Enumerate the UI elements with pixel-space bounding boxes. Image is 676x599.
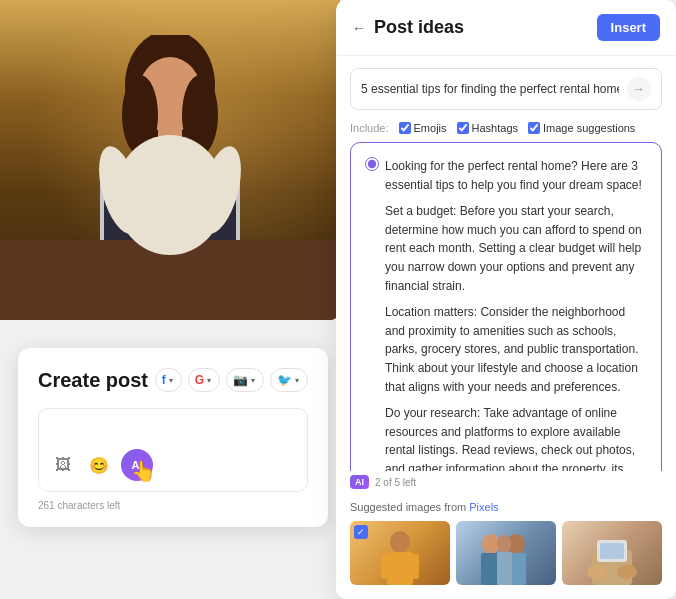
image-upload-icon[interactable]: 🖼 — [49, 451, 77, 479]
pixels-link[interactable]: Pixels — [469, 501, 498, 513]
hashtags-checkbox-label[interactable]: Hashtags — [457, 122, 518, 134]
image-2-people — [471, 530, 541, 585]
social-buttons-group: f ▾ G ▾ 📷 ▾ 🐦 ▾ — [155, 368, 308, 392]
suggested-label: Suggested images from Pixels — [350, 501, 662, 513]
facebook-icon: f — [162, 373, 166, 387]
include-label: Include: — [350, 122, 389, 134]
image-1-person — [375, 530, 425, 585]
svg-rect-11 — [409, 554, 419, 579]
svg-rect-10 — [381, 554, 391, 579]
ai-badge-row: AI 2 of 5 left — [336, 471, 676, 495]
g-chevron-icon: ▾ — [207, 376, 211, 385]
result-budget: Set a budget: Before you start your sear… — [385, 202, 647, 295]
result-card-1[interactable]: Looking for the perfect rental home? Her… — [350, 142, 662, 471]
svg-rect-17 — [497, 552, 512, 585]
photo-panel: Create post f ▾ G ▾ 📷 ▾ 🐦 ▾ — [0, 0, 340, 599]
facebook-button[interactable]: f ▾ — [155, 368, 182, 392]
svg-rect-20 — [600, 543, 624, 559]
emojis-label: Emojis — [414, 122, 447, 134]
panel-title: Post ideas — [374, 17, 597, 38]
image-suggestions-checkbox-label[interactable]: Image suggestions — [528, 122, 635, 134]
svg-point-8 — [390, 531, 410, 553]
post-input-toolbar: 🖼 😊 AI 👆 — [49, 449, 297, 481]
hashtags-label: Hashtags — [472, 122, 518, 134]
hashtags-checkbox[interactable] — [457, 122, 469, 134]
svg-point-22 — [617, 565, 637, 579]
content-area: Looking for the perfect rental home? Her… — [336, 142, 676, 471]
svg-point-21 — [587, 565, 607, 579]
result-location: Location matters: Consider the neighborh… — [385, 303, 647, 396]
photo-background — [0, 0, 340, 320]
tw-chevron-icon: ▾ — [295, 376, 299, 385]
result-intro: Looking for the perfect rental home? Her… — [385, 157, 647, 194]
post-ideas-panel: ← Post ideas Insert → Include: Emojis Ha… — [336, 0, 676, 599]
panel-header: ← Post ideas Insert — [336, 0, 676, 56]
suggested-image-2[interactable] — [456, 521, 556, 585]
image-1-selected — [354, 525, 368, 539]
suggested-label-text: Suggested images from — [350, 501, 466, 513]
woman-figure — [70, 35, 270, 265]
include-options-bar: Include: Emojis Hashtags Image suggestio… — [336, 118, 676, 142]
send-icon: → — [633, 82, 645, 96]
ig-chevron-icon: ▾ — [251, 376, 255, 385]
twitter-icon: 🐦 — [277, 373, 292, 387]
suggested-images-section: Suggested images from Pixels — [336, 495, 676, 599]
google-icon: G — [195, 373, 204, 387]
ai-badge: AI — [350, 475, 369, 489]
back-arrow-icon[interactable]: ← — [352, 20, 366, 36]
emojis-checkbox-label[interactable]: Emojis — [399, 122, 447, 134]
fb-chevron-icon: ▾ — [169, 376, 173, 385]
image-3-hands — [582, 530, 642, 585]
twitter-button[interactable]: 🐦 ▾ — [270, 368, 308, 392]
google-button[interactable]: G ▾ — [188, 368, 220, 392]
create-post-card: Create post f ▾ G ▾ 📷 ▾ 🐦 ▾ — [18, 348, 328, 527]
instagram-button[interactable]: 📷 ▾ — [226, 368, 264, 392]
instagram-icon: 📷 — [233, 373, 248, 387]
result-text-1: Looking for the perfect rental home? Her… — [365, 157, 647, 471]
ai-count: 2 of 5 left — [375, 477, 416, 488]
search-input[interactable] — [361, 82, 619, 96]
create-post-title: Create post — [38, 369, 148, 392]
send-button[interactable]: → — [627, 77, 651, 101]
image-suggestions-checkbox[interactable] — [528, 122, 540, 134]
svg-point-16 — [497, 535, 511, 553]
result-research: Do your research: Take advantage of onli… — [385, 404, 647, 471]
emojis-checkbox[interactable] — [399, 122, 411, 134]
search-bar[interactable]: → — [350, 68, 662, 110]
suggested-image-1[interactable] — [350, 521, 450, 585]
image-suggestions-label: Image suggestions — [543, 122, 635, 134]
result-radio-1[interactable] — [365, 157, 379, 171]
image-grid — [350, 521, 662, 585]
post-input-area[interactable]: 🖼 😊 AI 👆 — [38, 408, 308, 492]
character-count: 261 characters left — [38, 500, 308, 511]
create-post-header: Create post f ▾ G ▾ 📷 ▾ 🐦 ▾ — [38, 368, 308, 392]
emoji-icon[interactable]: 😊 — [85, 451, 113, 479]
insert-button[interactable]: Insert — [597, 14, 660, 41]
cursor-pointer: 👆 — [131, 459, 156, 483]
suggested-image-3[interactable] — [562, 521, 662, 585]
